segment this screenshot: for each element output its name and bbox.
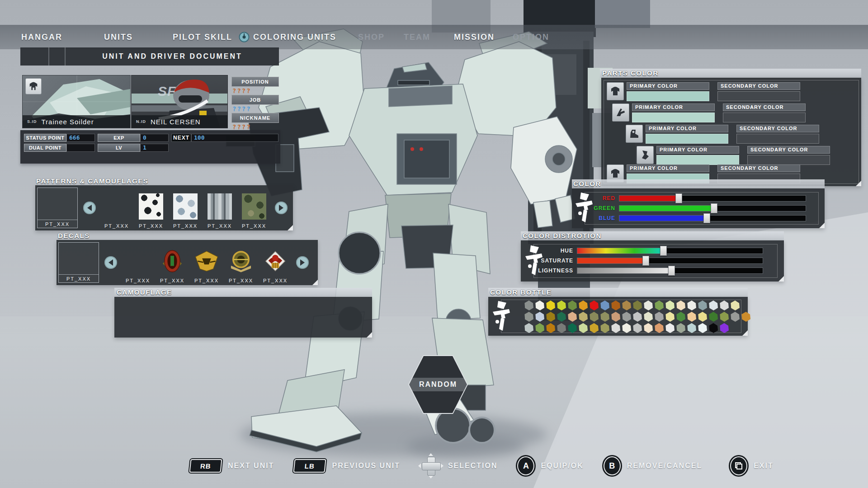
- color-bottle-swatch[interactable]: [644, 323, 653, 333]
- primary-color-group[interactable]: PRIMARY COLOR: [646, 125, 728, 144]
- nav-units[interactable]: UNITS: [104, 33, 133, 42]
- color-bottle-swatch[interactable]: [655, 323, 664, 333]
- color-bottle-swatch[interactable]: [568, 312, 577, 322]
- color-bottle-swatch[interactable]: [611, 300, 620, 310]
- color-bottle-swatch[interactable]: [709, 323, 718, 333]
- primary-color-swatch[interactable]: [627, 91, 709, 101]
- color-bottle-swatch[interactable]: [535, 312, 544, 322]
- secondary-color-group[interactable]: SECONDARY COLOR: [723, 103, 806, 122]
- selection-control[interactable]: SELECTION: [420, 455, 498, 477]
- color-bottle-swatch[interactable]: [579, 300, 588, 310]
- pattern-item[interactable]: PT_XXX: [237, 185, 271, 230]
- color-bottle-swatch[interactable]: [731, 300, 740, 310]
- color-bottle-swatch[interactable]: [568, 323, 577, 333]
- color-bottle-swatch[interactable]: [676, 300, 685, 310]
- hue-slider-knob[interactable]: [660, 246, 667, 256]
- color-bottle-swatch[interactable]: [524, 300, 533, 310]
- red-slider[interactable]: [619, 195, 806, 202]
- nav-mission[interactable]: MISSION: [454, 33, 495, 42]
- color-bottle-swatch[interactable]: [590, 323, 599, 333]
- color-bottle-swatch[interactable]: [622, 323, 631, 333]
- decal-item[interactable]: PT_XXX: [155, 240, 189, 285]
- nav-coloring-units[interactable]: COLORING UNITS: [253, 33, 336, 42]
- exit-control[interactable]: EXIT: [730, 456, 774, 475]
- color-bottle-swatch[interactable]: [720, 323, 729, 333]
- color-bottle-swatch[interactable]: [709, 312, 718, 322]
- color-bottle-swatch[interactable]: [535, 323, 544, 333]
- color-bottle-swatch[interactable]: [720, 312, 729, 322]
- color-bottle-swatch[interactable]: [731, 312, 740, 322]
- green-slider-knob[interactable]: [711, 203, 717, 213]
- secondary-color-group[interactable]: SECONDARY COLOR: [717, 82, 800, 101]
- color-bottle-swatch[interactable]: [665, 300, 675, 310]
- color-bottle-swatch[interactable]: [557, 300, 566, 310]
- color-bottle-swatch[interactable]: [655, 300, 664, 310]
- primary-color-swatch[interactable]: [656, 155, 739, 165]
- decals-next-button[interactable]: [296, 256, 309, 269]
- next-unit-control[interactable]: RB NEXT UNIT: [190, 459, 274, 473]
- lightness-slider-knob[interactable]: [668, 266, 675, 276]
- random-button[interactable]: RANDOM: [408, 355, 468, 414]
- camouflage-panel[interactable]: [114, 297, 372, 338]
- unit-card[interactable]: S.ID Trainee Soilder: [22, 75, 131, 128]
- color-bottle-swatch[interactable]: [600, 323, 609, 333]
- color-bottle-swatch[interactable]: [524, 323, 533, 333]
- pattern-item[interactable]: PT_XXX: [203, 185, 237, 230]
- pilot-card[interactable]: SF N.ID NEIL CERSEN: [131, 75, 228, 128]
- secondary-color-swatch[interactable]: [736, 134, 819, 144]
- equip-ok-control[interactable]: A EQUIP/OK: [517, 456, 583, 475]
- color-bottle-swatch[interactable]: [633, 312, 642, 322]
- color-bottle-swatch[interactable]: [665, 312, 675, 322]
- decals-prev-button[interactable]: [104, 256, 117, 269]
- patterns-prev-button[interactable]: [83, 202, 96, 214]
- color-bottle-swatch[interactable]: [633, 300, 642, 310]
- green-slider[interactable]: [619, 205, 806, 211]
- patterns-next-button[interactable]: [275, 202, 288, 214]
- color-bottle-swatch[interactable]: [611, 312, 620, 322]
- color-bottle-swatch[interactable]: [644, 300, 653, 310]
- blue-slider[interactable]: [619, 215, 806, 221]
- saturate-slider-knob[interactable]: [642, 256, 649, 266]
- secondary-color-swatch[interactable]: [723, 113, 806, 122]
- color-bottle-swatch[interactable]: [590, 312, 599, 322]
- color-bottle-swatch[interactable]: [644, 312, 653, 322]
- previous-unit-control[interactable]: LB PREVIOUS UNIT: [294, 459, 400, 473]
- remove-cancel-control[interactable]: B REMOVE/CANCEL: [604, 456, 702, 475]
- hue-slider[interactable]: [577, 248, 763, 254]
- color-bottle-swatch[interactable]: [546, 300, 555, 310]
- decal-item[interactable]: PT_XXX: [224, 240, 258, 285]
- decal-item[interactable]: PT_XXX: [258, 240, 292, 285]
- decal-item[interactable]: PT_XXX: [121, 240, 155, 285]
- color-bottle-swatch[interactable]: [655, 312, 664, 322]
- pattern-item[interactable]: PT_XXX: [99, 185, 134, 230]
- nav-option[interactable]: OPTION: [513, 33, 549, 42]
- color-bottle-swatch[interactable]: [622, 312, 631, 322]
- secondary-color-group[interactable]: SECONDARY COLOR: [747, 146, 830, 165]
- color-bottle-swatch[interactable]: [698, 300, 707, 310]
- color-bottle-swatch[interactable]: [698, 323, 707, 333]
- color-bottle-swatch[interactable]: [557, 323, 566, 333]
- nav-hangar[interactable]: HANGAR: [21, 33, 62, 42]
- color-bottle-swatch[interactable]: [676, 323, 685, 333]
- color-bottle-swatch[interactable]: [720, 300, 729, 310]
- secondary-color-swatch[interactable]: [717, 91, 800, 101]
- color-bottle-swatch[interactable]: [579, 323, 588, 333]
- pattern-selected-slot[interactable]: PT_XXX: [37, 188, 78, 228]
- primary-color-group[interactable]: PRIMARY COLOR: [632, 103, 715, 122]
- decal-item[interactable]: PT_XXX: [189, 240, 224, 285]
- color-bottle-swatch[interactable]: [600, 312, 609, 322]
- pattern-item[interactable]: PT_XXX: [134, 185, 168, 230]
- color-bottle-swatch[interactable]: [741, 312, 750, 322]
- color-bottle-swatch[interactable]: [633, 323, 642, 333]
- nav-team[interactable]: TEAM: [404, 33, 430, 42]
- pattern-item[interactable]: PT_XXX: [168, 185, 203, 230]
- color-bottle-swatch[interactable]: [687, 300, 696, 310]
- color-bottle-swatch[interactable]: [590, 300, 599, 310]
- color-bottle-swatch[interactable]: [665, 323, 675, 333]
- color-bottle-swatch[interactable]: [524, 312, 533, 322]
- primary-color-group[interactable]: PRIMARY COLOR: [627, 82, 709, 101]
- blue-slider-knob[interactable]: [703, 213, 710, 223]
- color-bottle-swatch[interactable]: [611, 323, 620, 333]
- decal-selected-slot[interactable]: PT_XXX: [58, 242, 99, 283]
- color-bottle-swatch[interactable]: [600, 300, 609, 310]
